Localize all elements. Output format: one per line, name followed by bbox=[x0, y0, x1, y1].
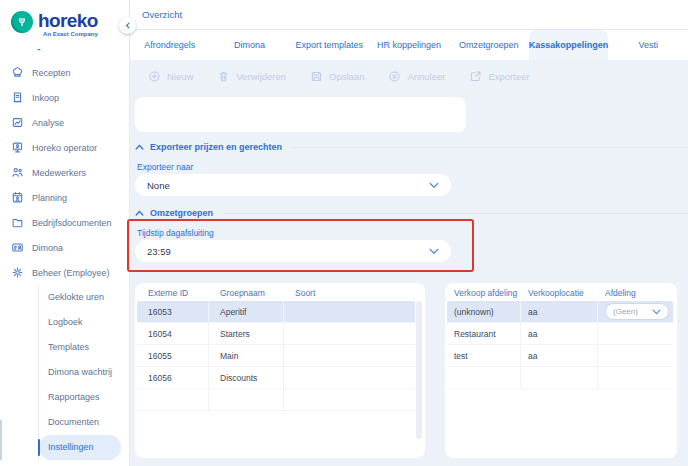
tijdstip-dagafsluiting-select[interactable]: 23:59 bbox=[135, 240, 451, 262]
sidebar-item-label: Inkoop bbox=[32, 93, 59, 103]
sidebar-item-templates[interactable]: Templates bbox=[39, 335, 121, 360]
brand-logo[interactable]: horeko An Exact Company bbox=[0, 0, 129, 37]
settings-tab-bar: Afrondregels Dimona Export templates HR … bbox=[130, 30, 688, 60]
tab-hr-koppelingen[interactable]: HR koppelingen bbox=[369, 30, 449, 60]
calendar-person-icon bbox=[11, 191, 24, 204]
table-header-row: Externe ID Groepnaam Soort bbox=[137, 285, 415, 301]
section-title: Exporteer prijzen en gerechten bbox=[150, 142, 282, 152]
column-header-groepnaam: Groepnaam bbox=[209, 288, 284, 298]
table-row[interactable]: (unknown) aa (Geen) bbox=[447, 301, 673, 323]
sidebar-item-documenten[interactable]: Documenten bbox=[39, 410, 121, 435]
table-row[interactable]: 16054 Starters bbox=[137, 323, 415, 345]
table-row-empty bbox=[447, 367, 673, 389]
chevron-left-icon bbox=[124, 21, 132, 30]
afdeling-select[interactable]: (Geen) bbox=[605, 303, 669, 320]
chart-icon bbox=[11, 116, 24, 129]
sidebar-item-label: Beheer (Employee) bbox=[32, 268, 110, 278]
sidebar-item-rapportages[interactable]: Rapportages bbox=[39, 385, 121, 410]
sidebar-item-label: Analyse bbox=[32, 118, 64, 128]
export-icon bbox=[469, 70, 482, 83]
exporteer-button[interactable]: Exporteer bbox=[469, 70, 529, 83]
verwijderen-button[interactable]: Verwijderen bbox=[217, 70, 286, 83]
id-card-icon bbox=[11, 241, 24, 254]
column-header-afdeling: Afdeling bbox=[598, 288, 673, 298]
table-row[interactable]: Restaurant aa bbox=[447, 323, 673, 345]
sidebar-item-dimona[interactable]: Dimona bbox=[0, 235, 129, 260]
table-row[interactable]: 16055 Main bbox=[137, 345, 415, 367]
sidebar-nav: Recepten Inkoop Analyse Horeko operator … bbox=[0, 60, 129, 460]
cell-verkooplocatie: aa bbox=[521, 345, 598, 367]
tab-kassakoppelingen[interactable]: Kassakoppelingen bbox=[529, 30, 609, 60]
table-scrollbar[interactable] bbox=[416, 301, 422, 439]
sidebar-item-horeko-operator[interactable]: Horeko operator bbox=[0, 135, 129, 160]
cell-verkooplocatie: aa bbox=[521, 323, 598, 345]
save-icon bbox=[310, 70, 323, 83]
sidebar-item-label: Planning bbox=[32, 193, 67, 203]
chevron-down-icon bbox=[652, 309, 661, 315]
kiosk-icon bbox=[11, 141, 24, 154]
tab-omzetgroepen[interactable]: Omzetgroepen bbox=[449, 30, 529, 60]
annuleer-button[interactable]: Annuleer bbox=[388, 70, 445, 83]
people-icon bbox=[11, 166, 24, 179]
select-value: (Geen) bbox=[613, 307, 638, 316]
cell-afdeling: (Geen) bbox=[598, 301, 673, 323]
exporteer-naar-select[interactable]: None bbox=[135, 174, 451, 196]
cancel-circle-icon bbox=[388, 70, 401, 83]
column-header-verkooplocatie: Verkooplocatie bbox=[521, 288, 598, 298]
chevron-down-icon bbox=[429, 248, 439, 255]
exporteer-naar-label: Exporteer naar bbox=[137, 162, 193, 172]
horeko-app-window: horeko An Exact Company - Recepten Inkoo… bbox=[0, 0, 688, 466]
sidebar-item-dimona-wachtrij[interactable]: Dimona wachtrij bbox=[39, 360, 121, 385]
table-row-empty bbox=[137, 389, 415, 411]
section-divider bbox=[292, 147, 688, 148]
omzetgroepen-table: Externe ID Groepnaam Soort 16053 Aperiti… bbox=[135, 283, 425, 458]
table-row[interactable]: 16053 Aperitif bbox=[137, 301, 415, 323]
tab-export-templates[interactable]: Export templates bbox=[289, 30, 369, 60]
sidebar-item-planning[interactable]: Planning bbox=[0, 185, 129, 210]
cell-verkooplocatie: aa bbox=[521, 301, 598, 323]
sidebar-item-label: Bedrijfsdocumenten bbox=[32, 218, 112, 228]
section-title: Omzetgroepen bbox=[150, 208, 213, 218]
cell-groepnaam: Starters bbox=[209, 323, 284, 345]
tab-dimona[interactable]: Dimona bbox=[210, 30, 290, 60]
brand-name: horeko bbox=[38, 11, 98, 30]
section-export-prijzen-toggle[interactable]: Exporteer prijzen en gerechten bbox=[135, 142, 688, 152]
sidebar-scrollbar[interactable] bbox=[0, 420, 2, 460]
sidebar-item-medewerkers[interactable]: Medewerkers bbox=[0, 160, 129, 185]
table-body: Externe ID Groepnaam Soort 16053 Aperiti… bbox=[137, 285, 415, 411]
cell-externe-id: 16053 bbox=[137, 301, 209, 323]
sidebar-item-analyse[interactable]: Analyse bbox=[0, 110, 129, 135]
collapse-sidebar-button[interactable] bbox=[119, 17, 136, 34]
button-label: Annuleer bbox=[407, 71, 445, 82]
sidebar-item-inkoop[interactable]: Inkoop bbox=[0, 85, 129, 110]
table-row[interactable]: test aa bbox=[447, 345, 673, 367]
nieuw-button[interactable]: Nieuw bbox=[148, 70, 193, 83]
receipt-icon bbox=[11, 91, 24, 104]
sidebar-item-recepten[interactable]: Recepten bbox=[0, 60, 129, 85]
sidebar-collapse-dash[interactable]: - bbox=[37, 44, 129, 52]
page-header: Overzicht bbox=[130, 0, 688, 30]
folder-icon bbox=[11, 216, 24, 229]
plus-circle-icon bbox=[148, 70, 161, 83]
sidebar-item-logboek[interactable]: Logboek bbox=[39, 310, 121, 335]
trash-icon bbox=[217, 70, 230, 83]
table-body: Verkoop afdeling Verkooplocatie Afdeling… bbox=[447, 285, 673, 389]
chevron-down-icon bbox=[429, 182, 439, 189]
sidebar-item-geklokte-uren[interactable]: Geklokte uren bbox=[39, 285, 121, 310]
tab-vestigingen-truncated[interactable]: Vesti bbox=[608, 30, 688, 60]
kassakoppelingen-panel: Nieuw Verwijderen Opslaan Annuleer Expor… bbox=[130, 60, 688, 466]
cell-verkoop-afdeling: (unknown) bbox=[447, 301, 521, 323]
sidebar-item-instellingen[interactable]: Instellingen bbox=[39, 435, 121, 460]
cell-externe-id: 16055 bbox=[137, 345, 209, 367]
table-row[interactable]: 16056 Discounts bbox=[137, 367, 415, 389]
sidebar: horeko An Exact Company - Recepten Inkoo… bbox=[0, 0, 130, 466]
section-omzetgroepen-toggle[interactable]: Omzetgroepen bbox=[135, 208, 688, 218]
empty-form-panel bbox=[135, 97, 466, 132]
verkoop-afdeling-mapping-table: Verkoop afdeling Verkooplocatie Afdeling… bbox=[445, 283, 677, 458]
chef-hat-icon bbox=[11, 66, 24, 79]
tab-afrondregels[interactable]: Afrondregels bbox=[130, 30, 210, 60]
sidebar-item-beheer[interactable]: Beheer (Employee) bbox=[0, 260, 129, 285]
sidebar-item-bedrijfsdocumenten[interactable]: Bedrijfsdocumenten bbox=[0, 210, 129, 235]
opslaan-button[interactable]: Opslaan bbox=[310, 70, 364, 83]
cell-groepnaam: Main bbox=[209, 345, 284, 367]
